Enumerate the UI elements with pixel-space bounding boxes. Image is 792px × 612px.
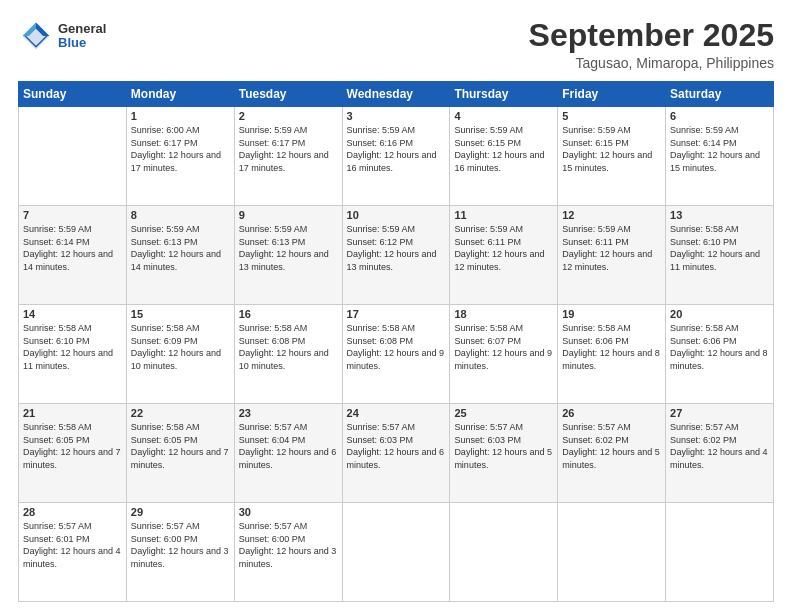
title-block: September 2025 Tagusao, Mimaropa, Philip…: [529, 18, 774, 71]
day-number: 29: [131, 506, 230, 518]
table-cell: 17 Sunrise: 5:58 AMSunset: 6:08 PMDaylig…: [342, 305, 450, 404]
table-cell: [342, 503, 450, 602]
table-cell: 19 Sunrise: 5:58 AMSunset: 6:06 PMDaylig…: [558, 305, 666, 404]
table-cell: 28 Sunrise: 5:57 AMSunset: 6:01 PMDaylig…: [19, 503, 127, 602]
calendar-header-row: Sunday Monday Tuesday Wednesday Thursday…: [19, 82, 774, 107]
day-number: 8: [131, 209, 230, 221]
day-info: Sunrise: 5:59 AMSunset: 6:14 PMDaylight:…: [23, 224, 113, 272]
table-cell: 22 Sunrise: 5:58 AMSunset: 6:05 PMDaylig…: [126, 404, 234, 503]
col-sunday: Sunday: [19, 82, 127, 107]
week-row-5: 28 Sunrise: 5:57 AMSunset: 6:01 PMDaylig…: [19, 503, 774, 602]
day-number: 2: [239, 110, 338, 122]
day-info: Sunrise: 5:58 AMSunset: 6:08 PMDaylight:…: [239, 323, 329, 371]
day-number: 25: [454, 407, 553, 419]
table-cell: [450, 503, 558, 602]
table-cell: 20 Sunrise: 5:58 AMSunset: 6:06 PMDaylig…: [666, 305, 774, 404]
col-friday: Friday: [558, 82, 666, 107]
day-number: 17: [347, 308, 446, 320]
table-cell: 16 Sunrise: 5:58 AMSunset: 6:08 PMDaylig…: [234, 305, 342, 404]
table-cell: 8 Sunrise: 5:59 AMSunset: 6:13 PMDayligh…: [126, 206, 234, 305]
day-info: Sunrise: 5:57 AMSunset: 6:02 PMDaylight:…: [670, 422, 768, 470]
day-info: Sunrise: 5:58 AMSunset: 6:08 PMDaylight:…: [347, 323, 445, 371]
day-info: Sunrise: 5:57 AMSunset: 6:03 PMDaylight:…: [347, 422, 445, 470]
day-info: Sunrise: 5:59 AMSunset: 6:12 PMDaylight:…: [347, 224, 437, 272]
table-cell: 10 Sunrise: 5:59 AMSunset: 6:12 PMDaylig…: [342, 206, 450, 305]
table-cell: 7 Sunrise: 5:59 AMSunset: 6:14 PMDayligh…: [19, 206, 127, 305]
day-number: 28: [23, 506, 122, 518]
table-cell: 13 Sunrise: 5:58 AMSunset: 6:10 PMDaylig…: [666, 206, 774, 305]
day-info: Sunrise: 5:58 AMSunset: 6:10 PMDaylight:…: [23, 323, 113, 371]
table-cell: 5 Sunrise: 5:59 AMSunset: 6:15 PMDayligh…: [558, 107, 666, 206]
table-cell: 14 Sunrise: 5:58 AMSunset: 6:10 PMDaylig…: [19, 305, 127, 404]
col-thursday: Thursday: [450, 82, 558, 107]
day-info: Sunrise: 5:59 AMSunset: 6:16 PMDaylight:…: [347, 125, 437, 173]
table-cell: 23 Sunrise: 5:57 AMSunset: 6:04 PMDaylig…: [234, 404, 342, 503]
day-number: 19: [562, 308, 661, 320]
table-cell: 21 Sunrise: 5:58 AMSunset: 6:05 PMDaylig…: [19, 404, 127, 503]
day-number: 5: [562, 110, 661, 122]
logo-text: General Blue: [58, 22, 106, 51]
day-info: Sunrise: 5:59 AMSunset: 6:15 PMDaylight:…: [562, 125, 652, 173]
day-info: Sunrise: 5:58 AMSunset: 6:09 PMDaylight:…: [131, 323, 221, 371]
day-number: 6: [670, 110, 769, 122]
day-number: 4: [454, 110, 553, 122]
table-cell: 4 Sunrise: 5:59 AMSunset: 6:15 PMDayligh…: [450, 107, 558, 206]
day-info: Sunrise: 5:58 AMSunset: 6:06 PMDaylight:…: [562, 323, 660, 371]
table-cell: [558, 503, 666, 602]
logo-general-label: General: [58, 22, 106, 36]
table-cell: 12 Sunrise: 5:59 AMSunset: 6:11 PMDaylig…: [558, 206, 666, 305]
day-info: Sunrise: 5:59 AMSunset: 6:13 PMDaylight:…: [131, 224, 221, 272]
table-cell: 18 Sunrise: 5:58 AMSunset: 6:07 PMDaylig…: [450, 305, 558, 404]
week-row-4: 21 Sunrise: 5:58 AMSunset: 6:05 PMDaylig…: [19, 404, 774, 503]
day-number: 9: [239, 209, 338, 221]
day-info: Sunrise: 5:58 AMSunset: 6:07 PMDaylight:…: [454, 323, 552, 371]
day-number: 15: [131, 308, 230, 320]
day-info: Sunrise: 6:00 AMSunset: 6:17 PMDaylight:…: [131, 125, 221, 173]
calendar-table: Sunday Monday Tuesday Wednesday Thursday…: [18, 81, 774, 602]
day-info: Sunrise: 5:57 AMSunset: 6:00 PMDaylight:…: [131, 521, 229, 569]
day-number: 26: [562, 407, 661, 419]
day-number: 3: [347, 110, 446, 122]
day-info: Sunrise: 5:58 AMSunset: 6:06 PMDaylight:…: [670, 323, 768, 371]
col-wednesday: Wednesday: [342, 82, 450, 107]
day-number: 10: [347, 209, 446, 221]
day-number: 7: [23, 209, 122, 221]
day-number: 24: [347, 407, 446, 419]
day-number: 12: [562, 209, 661, 221]
day-info: Sunrise: 5:58 AMSunset: 6:05 PMDaylight:…: [131, 422, 229, 470]
day-number: 13: [670, 209, 769, 221]
table-cell: 26 Sunrise: 5:57 AMSunset: 6:02 PMDaylig…: [558, 404, 666, 503]
day-info: Sunrise: 5:59 AMSunset: 6:11 PMDaylight:…: [454, 224, 544, 272]
day-info: Sunrise: 5:59 AMSunset: 6:13 PMDaylight:…: [239, 224, 329, 272]
table-cell: 1 Sunrise: 6:00 AMSunset: 6:17 PMDayligh…: [126, 107, 234, 206]
day-info: Sunrise: 5:59 AMSunset: 6:17 PMDaylight:…: [239, 125, 329, 173]
day-info: Sunrise: 5:59 AMSunset: 6:14 PMDaylight:…: [670, 125, 760, 173]
day-number: 23: [239, 407, 338, 419]
day-number: 16: [239, 308, 338, 320]
header: General Blue September 2025 Tagusao, Mim…: [18, 18, 774, 71]
table-cell: 2 Sunrise: 5:59 AMSunset: 6:17 PMDayligh…: [234, 107, 342, 206]
table-cell: [19, 107, 127, 206]
week-row-2: 7 Sunrise: 5:59 AMSunset: 6:14 PMDayligh…: [19, 206, 774, 305]
logo-blue-label: Blue: [58, 36, 106, 50]
table-cell: 15 Sunrise: 5:58 AMSunset: 6:09 PMDaylig…: [126, 305, 234, 404]
page: General Blue September 2025 Tagusao, Mim…: [0, 0, 792, 612]
day-info: Sunrise: 5:58 AMSunset: 6:10 PMDaylight:…: [670, 224, 760, 272]
calendar-subtitle: Tagusao, Mimaropa, Philippines: [529, 55, 774, 71]
table-cell: 29 Sunrise: 5:57 AMSunset: 6:00 PMDaylig…: [126, 503, 234, 602]
table-cell: 25 Sunrise: 5:57 AMSunset: 6:03 PMDaylig…: [450, 404, 558, 503]
week-row-3: 14 Sunrise: 5:58 AMSunset: 6:10 PMDaylig…: [19, 305, 774, 404]
table-cell: 3 Sunrise: 5:59 AMSunset: 6:16 PMDayligh…: [342, 107, 450, 206]
day-info: Sunrise: 5:57 AMSunset: 6:01 PMDaylight:…: [23, 521, 121, 569]
table-cell: 24 Sunrise: 5:57 AMSunset: 6:03 PMDaylig…: [342, 404, 450, 503]
day-info: Sunrise: 5:57 AMSunset: 6:00 PMDaylight:…: [239, 521, 337, 569]
day-info: Sunrise: 5:57 AMSunset: 6:02 PMDaylight:…: [562, 422, 660, 470]
table-cell: 30 Sunrise: 5:57 AMSunset: 6:00 PMDaylig…: [234, 503, 342, 602]
day-info: Sunrise: 5:57 AMSunset: 6:04 PMDaylight:…: [239, 422, 337, 470]
day-number: 11: [454, 209, 553, 221]
day-number: 20: [670, 308, 769, 320]
day-info: Sunrise: 5:59 AMSunset: 6:11 PMDaylight:…: [562, 224, 652, 272]
day-number: 21: [23, 407, 122, 419]
table-cell: 6 Sunrise: 5:59 AMSunset: 6:14 PMDayligh…: [666, 107, 774, 206]
day-number: 30: [239, 506, 338, 518]
